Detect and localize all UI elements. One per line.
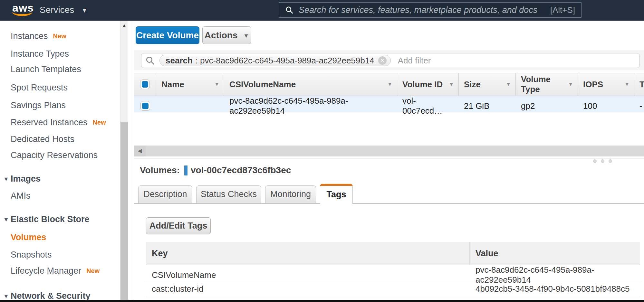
column-header-csivolumename[interactable]: CSIVolumeName▼ [224,73,397,96]
sidebar-item-spot-requests[interactable]: Spot Requests [11,79,68,96]
actions-label: Actions [205,30,238,40]
column-header-throughput[interactable]: T [634,73,644,96]
column-header-size[interactable]: Size▼ [459,73,516,96]
sidebar-scrollbar[interactable]: ▲ [120,21,128,300]
filter-tag[interactable]: search : pvc-8ac9d62c-c645-495a-989a-ac2… [159,55,391,66]
column-header-volume-id[interactable]: Volume ID▼ [397,73,459,96]
add-filter-placeholder: Add filter [398,56,431,66]
checkbox-checked-fill [142,81,148,88]
tab-tags[interactable]: Tags [320,184,353,204]
actions-button[interactable]: Actions ▼ [202,26,251,44]
sidebar-item-label: Launch Templates [11,64,81,74]
sort-caret-icon[interactable]: ▼ [214,81,219,87]
cell-throughput: - [634,96,644,116]
sort-caret-icon[interactable]: ▼ [387,81,392,87]
column-header-iops[interactable]: IOPS▼ [578,73,634,96]
sidebar-section-label: Network & Security [11,291,91,301]
new-badge: New [93,119,106,126]
tab-monitoring[interactable]: Monitoring [265,185,316,203]
search-shortcut-hint: [Alt+S] [550,5,575,15]
column-label: Size [464,80,481,90]
sidebar-item-launch-templates[interactable]: Launch Templates [11,61,81,78]
column-header-volume-type[interactable]: Volume Type▼ [516,73,578,96]
column-header-name[interactable]: Name▼ [156,73,224,96]
chevron-down-icon: ▼ [81,0,88,20]
tag-value: 4b092cb5-3458-4f90-9b4c-5081bf9488c5 [470,281,640,297]
cell-size: 21 GiB [459,96,516,116]
select-all-cell [134,73,156,96]
sidebar-item-amis[interactable]: AMIs [11,187,31,204]
sidebar-item-lifecycle-manager[interactable]: Lifecycle ManagerNew [11,262,100,279]
topbar: aws Services ▼ Search for services, feat… [0,0,644,21]
main-content: Create Volume Actions ▼ search : pvc-8ac… [134,21,644,300]
sidebar-item-label: Snapshots [11,250,52,260]
scroll-up-arrow-icon[interactable]: ▲ [120,21,128,30]
tags-table: Key Value CSIVolumeName pvc-8ac9d62c-c64… [146,242,640,297]
selection-bar [184,165,187,175]
column-label: Volume ID [402,80,443,90]
sidebar-item-savings-plans[interactable]: Savings Plans [11,97,66,114]
sidebar-item-label: Instances [11,31,48,41]
sort-caret-icon[interactable]: ▼ [449,81,454,87]
tag-row: cast:cluster-id 4b092cb5-3458-4f90-9b4c-… [146,281,640,297]
selected-volume-id: vol-00c7ecd873c6fb3ec [191,163,291,178]
global-search-input[interactable]: Search for services, features, marketpla… [279,2,582,18]
sidebar-item-instances[interactable]: InstancesNew [11,27,66,45]
splitter-drag-handle[interactable] [593,159,616,163]
sidebar-scrollbar-thumb[interactable] [120,122,128,300]
sidebar-item-capacity-reservations[interactable]: Capacity Reservations [11,146,98,164]
select-all-checkbox[interactable] [140,80,150,89]
detail-panel-heading: Volumes: vol-00c7ecd873c6fb3ec [140,163,291,178]
column-label: T [639,80,644,90]
sidebar-section-images[interactable]: ▼Images [3,170,41,187]
sidebar-section-elastic-block-store[interactable]: ▼Elastic Block Store [3,211,90,228]
panel-splitter[interactable] [134,158,644,158]
cell-name [156,96,224,116]
section-caret-icon: ▼ [3,170,11,188]
services-label: Services [40,5,74,15]
sort-caret-icon[interactable]: ▼ [506,81,511,87]
sidebar-item-volumes[interactable]: Volumes [11,229,46,246]
ec2-console-screen: aws Services ▼ Search for services, feat… [0,0,644,302]
cell-volume-id: vol-00c7ecd… [397,96,459,116]
close-icon[interactable]: ✕ [378,56,387,65]
column-label: CSIVolumeName [229,80,296,90]
search-icon [145,56,155,65]
filter-search-input[interactable]: search : pvc-8ac9d62c-c645-495a-989a-ac2… [141,53,640,68]
tag-key: cast:cluster-id [146,281,470,297]
sidebar-section-label: Images [11,174,41,184]
services-menu[interactable]: Services ▼ [40,0,88,20]
checkbox-checked-fill [142,103,149,109]
sidebar-item-dedicated-hosts[interactable]: Dedicated Hosts [11,130,74,148]
column-label: Name [161,80,184,90]
sort-caret-icon[interactable]: ▼ [568,81,573,87]
filter-tag-value: pvc-8ac9d62c-c645-495a-989a-ac292ee59b14 [200,55,374,66]
tag-row: CSIVolumeName pvc-8ac9d62c-c645-495a-989… [146,265,640,281]
sidebar-item-snapshots[interactable]: Snapshots [11,246,52,263]
add-edit-tags-button[interactable]: Add/Edit Tags [146,217,211,234]
search-icon [285,6,293,14]
cell-iops: 100 [578,96,634,116]
tab-description[interactable]: Description [138,185,192,203]
tab-status-checks[interactable]: Status Checks [196,185,261,203]
cell-volume-type: gp2 [516,96,578,116]
chevron-down-icon: ▼ [243,33,249,39]
tab-underline [134,203,644,204]
row-checkbox[interactable] [140,101,150,111]
sort-caret-icon[interactable]: ▼ [624,81,630,87]
aws-logo[interactable]: aws [12,3,38,16]
volume-table-row[interactable]: pvc-8ac9d62c-c645-495a-989a-ac292ee59b14… [134,96,644,112]
sidebar-item-instance-types[interactable]: Instance Types [11,45,69,62]
sidebar-section-label: Elastic Block Store [11,214,90,224]
sidebar-item-label: Spot Requests [11,83,68,92]
sidebar-item-label: Volumes [11,232,46,242]
scroll-left-arrow-icon[interactable]: ◀ [134,146,146,156]
sidebar-item-reserved-instances[interactable]: Reserved InstancesNew [11,114,106,131]
sidebar-item-label: Instance Types [11,49,69,59]
create-volume-button[interactable]: Create Volume [136,26,199,44]
new-badge: New [86,267,100,274]
volumes-table-header: Name▼ CSIVolumeName▼ Volume ID▼ Size▼ Vo… [134,73,644,96]
column-label: Volume Type [521,74,568,94]
tags-key-header: Key [146,242,470,265]
horizontal-scrollbar[interactable]: ◀ [134,146,644,156]
